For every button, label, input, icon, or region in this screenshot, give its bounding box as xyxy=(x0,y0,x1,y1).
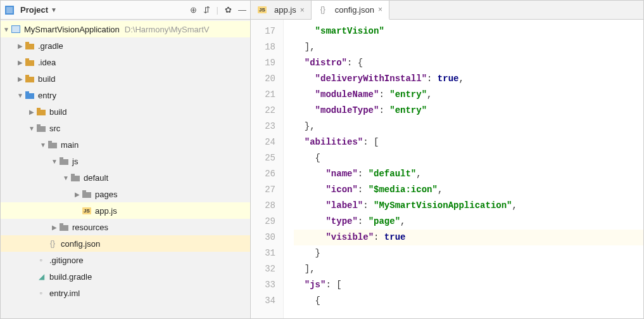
locate-icon[interactable]: ⊕ xyxy=(190,5,197,15)
code-line[interactable]: "icon": "$media:icon", xyxy=(294,182,643,198)
svg-rect-6 xyxy=(25,58,29,60)
tree-item[interactable]: ▼main xyxy=(1,136,250,153)
tree-arrow-icon[interactable]: ▶ xyxy=(73,191,82,198)
toolbar-divider: | xyxy=(217,5,218,15)
folder-icon xyxy=(36,123,46,133)
code-content[interactable]: "smartVision" ], "distro": { "deliveryWi… xyxy=(284,20,643,318)
folder-icon xyxy=(47,140,58,150)
tab-label: config.json xyxy=(335,5,374,15)
close-icon[interactable]: × xyxy=(300,6,305,15)
tree-arrow-icon[interactable]: ▼ xyxy=(61,174,70,181)
line-number: 33 xyxy=(251,277,275,293)
tree-arrow-icon[interactable]: ▼ xyxy=(39,141,47,148)
project-tree[interactable]: ▼ MySmartVisionApplication D:\Harmony\My… xyxy=(1,20,250,318)
folder-icon xyxy=(59,156,69,166)
file-icon: ▫ xyxy=(36,255,46,265)
line-number: 18 xyxy=(251,39,275,55)
code-editor[interactable]: 171819202122232425262728293031323334 "sm… xyxy=(251,20,643,318)
tree-item[interactable]: ▫.gitignore xyxy=(1,252,250,268)
tree-item[interactable]: ▶pages xyxy=(1,186,250,202)
code-line[interactable]: "smartVision" xyxy=(294,23,643,39)
code-line[interactable]: ], xyxy=(294,261,643,277)
file-icon: ▫ xyxy=(36,288,46,298)
svg-rect-10 xyxy=(25,91,29,93)
tree-item[interactable]: ▶build xyxy=(1,70,250,87)
tree-item[interactable]: {}config.json xyxy=(1,235,250,252)
project-title[interactable]: Project xyxy=(20,5,48,15)
tree-item[interactable]: JSapp.js xyxy=(1,202,250,219)
tree-arrow-icon[interactable]: ▶ xyxy=(16,42,25,49)
line-number: 17 xyxy=(251,23,275,39)
tree-root[interactable]: ▼ MySmartVisionApplication D:\Harmony\My… xyxy=(1,21,250,37)
tree-item-label: build xyxy=(38,74,55,84)
tree-item-label: build.gradle xyxy=(49,272,92,282)
line-number: 34 xyxy=(251,293,275,309)
code-line[interactable]: "name": "default", xyxy=(294,166,643,182)
tree-arrow-icon[interactable]: ▶ xyxy=(16,59,25,66)
tree-item[interactable]: ▶.gradle xyxy=(1,37,250,54)
svg-rect-4 xyxy=(25,42,29,44)
tree-item[interactable]: ▶.idea xyxy=(1,54,250,70)
line-number: 20 xyxy=(251,71,275,87)
tree-item[interactable]: ◢build.gradle xyxy=(1,268,250,285)
line-number: 23 xyxy=(251,119,275,134)
svg-rect-22 xyxy=(82,190,86,192)
svg-rect-12 xyxy=(37,108,41,110)
tree-item[interactable]: ▫entry.iml xyxy=(1,285,250,301)
json-icon: {} xyxy=(318,4,328,15)
line-number: 32 xyxy=(251,261,275,277)
line-number: 26 xyxy=(251,166,275,182)
code-line[interactable]: "type": "page", xyxy=(294,214,643,230)
code-line[interactable]: "visible": true xyxy=(294,230,643,245)
editor-tab[interactable]: {}config.json× xyxy=(312,1,389,20)
line-number: 31 xyxy=(251,245,275,261)
svg-rect-3 xyxy=(12,26,20,32)
svg-rect-11 xyxy=(25,93,34,99)
code-line[interactable]: ], xyxy=(294,39,643,55)
code-line[interactable]: "label": "MySmartVisionApplication", xyxy=(294,198,643,214)
hide-icon[interactable]: — xyxy=(238,5,246,15)
tree-item[interactable]: ▼entry xyxy=(1,87,250,103)
tree-arrow-icon[interactable]: ▶ xyxy=(50,224,59,231)
module-icon xyxy=(11,24,21,34)
tree-root-path: D:\Harmony\MySmartV xyxy=(125,25,210,34)
tree-arrow-icon[interactable]: ▼ xyxy=(16,92,25,99)
tree-item[interactable]: ▼default xyxy=(1,169,250,186)
close-icon[interactable]: × xyxy=(378,5,382,14)
folder-icon xyxy=(59,222,69,232)
line-number: 21 xyxy=(251,87,275,103)
folder-icon xyxy=(25,90,35,100)
tree-item[interactable]: ▼src xyxy=(1,120,250,136)
collapse-icon[interactable]: ⇵ xyxy=(203,5,210,15)
tree-arrow-icon[interactable]: ▶ xyxy=(27,108,36,115)
tree-arrow-icon[interactable]: ▼ xyxy=(50,158,59,165)
code-line[interactable]: "moduleName": "entry", xyxy=(294,87,643,103)
chevron-down-icon[interactable]: ▼ xyxy=(2,26,11,33)
js-icon: JS xyxy=(257,5,267,15)
tree-item[interactable]: ▼js xyxy=(1,153,250,169)
code-line[interactable]: } xyxy=(294,245,643,261)
tree-item-label: app.js xyxy=(95,206,117,216)
svg-rect-20 xyxy=(71,174,75,176)
tree-item[interactable]: ▶build xyxy=(1,103,250,120)
tree-arrow-icon[interactable]: ▼ xyxy=(27,125,36,132)
tree-arrow-icon[interactable]: ▶ xyxy=(16,75,25,82)
tree-item-label: js xyxy=(72,157,78,166)
tree-item[interactable]: ▶resources xyxy=(1,219,250,235)
editor-area: JSapp.js×{}config.json× 1718192021222324… xyxy=(251,1,643,318)
settings-icon[interactable]: ✿ xyxy=(225,5,232,15)
line-number: 27 xyxy=(251,182,275,198)
code-line[interactable]: "deliveryWithInstall": true, xyxy=(294,71,643,87)
chevron-down-icon[interactable]: ▼ xyxy=(51,6,57,13)
editor-tab[interactable]: JSapp.js× xyxy=(251,1,312,19)
svg-rect-8 xyxy=(25,75,29,77)
code-line[interactable]: "moduleType": "entry" xyxy=(294,103,643,119)
code-line[interactable]: { xyxy=(294,293,643,309)
code-line[interactable]: { xyxy=(294,150,643,166)
code-line[interactable]: "distro": { xyxy=(294,55,643,71)
line-number: 24 xyxy=(251,134,275,150)
svg-rect-15 xyxy=(37,126,46,132)
code-line[interactable]: "abilities": [ xyxy=(294,134,643,150)
code-line[interactable]: "js": [ xyxy=(294,277,643,293)
code-line[interactable]: }, xyxy=(294,119,643,134)
